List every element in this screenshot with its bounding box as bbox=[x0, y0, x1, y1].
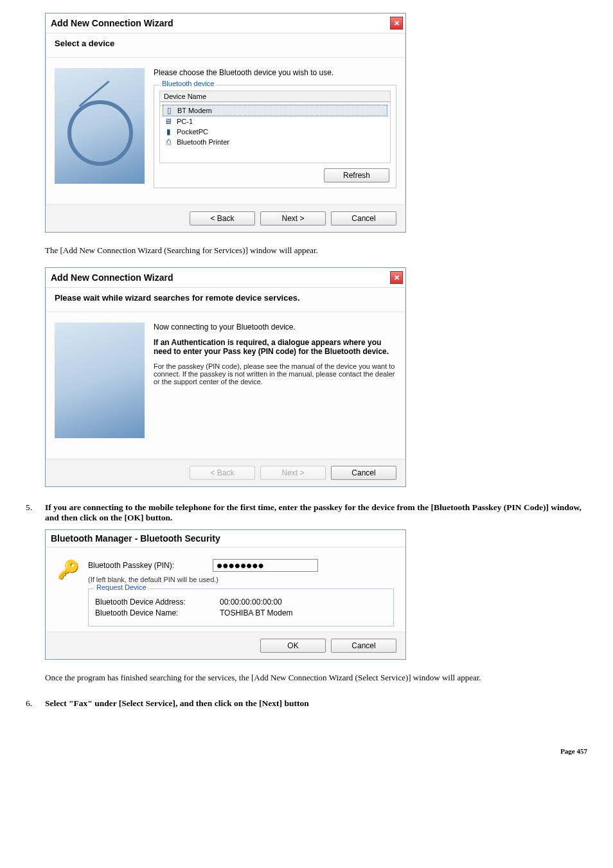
step-number: 6. bbox=[26, 698, 37, 709]
step-text: Select "Fax" under [Select Service], and… bbox=[45, 698, 587, 709]
paragraph: The [Add New Connection Wizard (Searchin… bbox=[45, 245, 568, 256]
ok-button[interactable]: OK bbox=[260, 639, 326, 653]
name-value: TOSHIBA BT Modem bbox=[220, 608, 293, 617]
page-footer: Page 457 bbox=[19, 747, 587, 755]
computer-icon: 🖥 bbox=[164, 117, 173, 126]
device-name: PC-1 bbox=[177, 118, 193, 125]
connecting-text: Now connecting to your Bluetooth device. bbox=[154, 323, 396, 332]
dialog-subtitle: Please wait while wizard searches for re… bbox=[46, 288, 405, 312]
cancel-button[interactable]: Cancel bbox=[331, 466, 396, 480]
dialog-titlebar: Add New Connection Wizard ✕ bbox=[46, 13, 405, 33]
dialog-title: Add New Connection Wizard bbox=[51, 272, 173, 283]
device-list[interactable]: ▯ BT Modem 🖥 PC-1 ▮ PocketPC ⎙ Bluetooth… bbox=[159, 102, 391, 163]
wizard-graphic bbox=[55, 323, 145, 438]
group-legend: Request Device bbox=[94, 583, 149, 591]
step-number: 5. bbox=[26, 502, 37, 523]
pin-label: Bluetooth Passkey (PIN): bbox=[88, 561, 204, 570]
next-button[interactable]: Next > bbox=[260, 211, 326, 226]
wizard-select-device-dialog: Add New Connection Wizard ✕ Select a dev… bbox=[45, 13, 406, 233]
bluetooth-device-group: Bluetooth device Device Name ▯ BT Modem … bbox=[154, 85, 396, 188]
page-number: Page 457 bbox=[560, 747, 587, 755]
step-5: 5. If you are connecting to the mobile t… bbox=[26, 502, 587, 523]
address-value: 00:00:00:00:00:00 bbox=[220, 598, 282, 607]
group-legend: Bluetooth device bbox=[159, 80, 217, 87]
cancel-button[interactable]: Cancel bbox=[331, 211, 396, 226]
cancel-button[interactable]: Cancel bbox=[331, 639, 396, 653]
device-name: BT Modem bbox=[177, 107, 212, 114]
next-button: Next > bbox=[260, 466, 326, 480]
request-device-group: Request Device Bluetooth Device Address:… bbox=[88, 589, 394, 626]
device-row-printer[interactable]: ⎙ Bluetooth Printer bbox=[163, 137, 387, 147]
back-button: < Back bbox=[190, 466, 255, 480]
device-row-pocketpc[interactable]: ▮ PocketPC bbox=[163, 127, 387, 137]
wizard-graphic bbox=[55, 68, 145, 184]
close-icon[interactable]: ✕ bbox=[390, 271, 403, 284]
key-icon: 🔑 bbox=[57, 559, 79, 581]
name-label: Bluetooth Device Name: bbox=[95, 608, 211, 617]
dialog-footer: < Back Next > Cancel bbox=[46, 204, 405, 232]
paragraph: Once the program has finished searching … bbox=[45, 673, 568, 683]
passkey-note: For the passkey (PIN code), please see t… bbox=[154, 362, 396, 385]
auth-warning: If an Authentication is required, a dial… bbox=[154, 338, 396, 356]
dialog-footer: OK Cancel bbox=[46, 632, 405, 659]
dialog-titlebar: Bluetooth Manager - Bluetooth Security bbox=[46, 530, 405, 547]
step-text: If you are connecting to the mobile tele… bbox=[45, 502, 587, 523]
address-label: Bluetooth Device Address: bbox=[95, 598, 211, 607]
device-row-pc1[interactable]: 🖥 PC-1 bbox=[163, 116, 387, 127]
dialog-title: Add New Connection Wizard bbox=[51, 18, 173, 28]
refresh-button[interactable]: Refresh bbox=[324, 168, 389, 182]
pin-hint: (If left blank, the default PIN will be … bbox=[88, 576, 394, 583]
close-icon[interactable]: ✕ bbox=[390, 17, 403, 30]
phone-icon: ▯ bbox=[164, 106, 173, 115]
back-button[interactable]: < Back bbox=[190, 211, 255, 226]
instruction-text: Please choose the Bluetooth device you w… bbox=[154, 68, 396, 77]
bluetooth-security-dialog: Bluetooth Manager - Bluetooth Security 🔑… bbox=[45, 529, 406, 660]
wizard-searching-dialog: Add New Connection Wizard ✕ Please wait … bbox=[45, 267, 406, 487]
step-6: 6. Select "Fax" under [Select Service], … bbox=[26, 698, 587, 709]
dialog-title: Bluetooth Manager - Bluetooth Security bbox=[51, 533, 220, 544]
device-list-header: Device Name bbox=[159, 91, 391, 102]
device-row-bt-modem[interactable]: ▯ BT Modem bbox=[163, 105, 387, 116]
pin-input[interactable]: ●●●●●●●● bbox=[213, 559, 318, 572]
device-name: Bluetooth Printer bbox=[177, 138, 229, 146]
device-name: PocketPC bbox=[177, 128, 208, 136]
dialog-titlebar: Add New Connection Wizard ✕ bbox=[46, 268, 405, 288]
pda-icon: ▮ bbox=[164, 127, 173, 136]
printer-icon: ⎙ bbox=[164, 137, 173, 146]
dialog-subtitle: Select a device bbox=[46, 33, 405, 58]
dialog-footer: < Back Next > Cancel bbox=[46, 459, 405, 486]
